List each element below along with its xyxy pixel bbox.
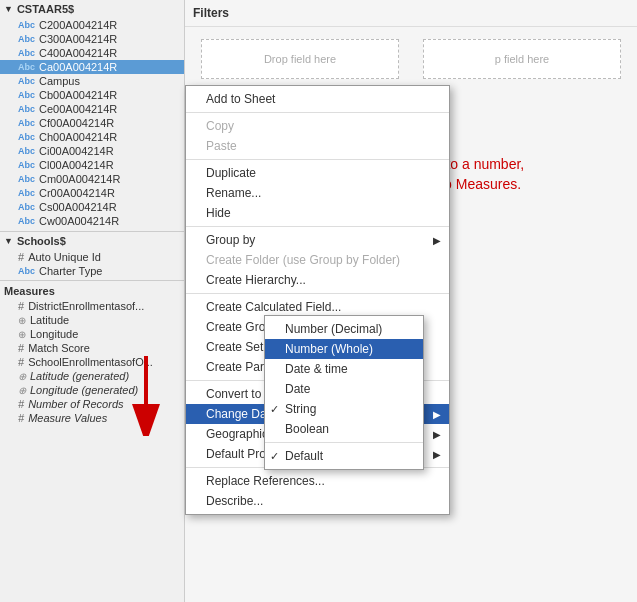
menu-item-add-to-sheet[interactable]: Add to Sheet: [186, 89, 449, 109]
type-icon-abc: Abc: [18, 62, 35, 72]
field-name: Longitude (generated): [30, 384, 138, 396]
field-name: Cm00A004214R: [39, 173, 120, 185]
field-cr00[interactable]: Abc Cr00A004214R: [0, 186, 184, 200]
type-icon-abc: Abc: [18, 76, 35, 86]
field-cb00[interactable]: Abc Cb00A004214R: [0, 88, 184, 102]
schools-header[interactable]: ▼ Schools$: [0, 231, 184, 250]
type-icon-abc: Abc: [18, 48, 35, 58]
field-cs00[interactable]: Abc Cs00A004214R: [0, 200, 184, 214]
checkmark-icon: ✓: [270, 403, 279, 416]
submenu-item-number-whole[interactable]: Number (Whole): [265, 339, 423, 359]
menu-item-describe[interactable]: Describe...: [186, 491, 449, 511]
field-name: DistrictEnrollmentasof...: [28, 300, 144, 312]
field-latitude[interactable]: ⊕ Latitude: [0, 313, 184, 327]
field-name: C300A004214R: [39, 33, 117, 45]
menu-item-replace-references[interactable]: Replace References...: [186, 471, 449, 491]
submenu-item-string[interactable]: ✓ String: [265, 399, 423, 419]
menu-separator-3: [186, 226, 449, 227]
field-match-score[interactable]: # Match Score: [0, 341, 184, 355]
field-charter-type[interactable]: Abc Charter Type: [0, 264, 184, 278]
menu-item-group-by[interactable]: Group by ▶: [186, 230, 449, 250]
field-name: Cl00A004214R: [39, 159, 114, 171]
type-icon-hash: #: [18, 412, 24, 424]
menu-item-create-hierarchy[interactable]: Create Hierarchy...: [186, 270, 449, 290]
field-name: Ch00A004214R: [39, 131, 117, 143]
field-name: Ci00A004214R: [39, 145, 114, 157]
field-ch00[interactable]: Abc Ch00A004214R: [0, 130, 184, 144]
type-icon-hash: #: [18, 398, 24, 410]
type-icon-abc: Abc: [18, 90, 35, 100]
field-name: Latitude (generated): [30, 370, 129, 382]
field-ca00[interactable]: Abc Ca00A004214R: [0, 60, 184, 74]
field-name: Match Score: [28, 342, 90, 354]
drop-zone-2[interactable]: p field here: [423, 39, 621, 79]
menu-item-hide[interactable]: Hide: [186, 203, 449, 223]
field-ci00[interactable]: Abc Ci00A004214R: [0, 144, 184, 158]
field-name: Auto Unique Id: [28, 251, 101, 263]
field-c400[interactable]: Abc C400A004214R: [0, 46, 184, 60]
type-icon-abc: Abc: [18, 132, 35, 142]
submenu-item-number-decimal[interactable]: Number (Decimal): [265, 319, 423, 339]
field-longitude[interactable]: ⊕ Longitude: [0, 327, 184, 341]
field-name: Longitude: [30, 328, 78, 340]
dimensions-header[interactable]: ▼ CSTAAR5$: [0, 0, 184, 18]
field-name: Cw00A004214R: [39, 215, 119, 227]
field-name: Date & time: [285, 362, 348, 376]
menu-separator-4: [186, 293, 449, 294]
field-ce00[interactable]: Abc Ce00A004214R: [0, 102, 184, 116]
submenu-item-default[interactable]: ✓ Default: [265, 446, 423, 466]
type-icon-globe: ⊕: [18, 315, 26, 326]
field-district-enrollment[interactable]: # DistrictEnrollmentasof...: [0, 299, 184, 313]
submenu-item-date-time[interactable]: Date & time: [265, 359, 423, 379]
field-name: String: [285, 402, 316, 416]
field-auto-unique-id[interactable]: # Auto Unique Id: [0, 250, 184, 264]
type-icon-abc: Abc: [18, 104, 35, 114]
submenu-change-data-type: Number (Decimal) Number (Whole) Date & t…: [264, 315, 424, 470]
submenu-item-boolean[interactable]: Boolean: [265, 419, 423, 439]
type-icon-abc: Abc: [18, 202, 35, 212]
type-icon-hash: #: [18, 300, 24, 312]
field-campus[interactable]: Abc Campus: [0, 74, 184, 88]
field-cf00[interactable]: Abc Cf00A004214R: [0, 116, 184, 130]
type-icon-abc: Abc: [18, 118, 35, 128]
drop-zone-1[interactable]: Drop field here: [201, 39, 399, 79]
type-icon-abc: Abc: [18, 20, 35, 30]
field-c300[interactable]: Abc C300A004214R: [0, 32, 184, 46]
menu-item-paste[interactable]: Paste: [186, 136, 449, 156]
type-icon-abc: Abc: [18, 146, 35, 156]
field-name: Date: [285, 382, 310, 396]
menu-item-rename[interactable]: Rename...: [186, 183, 449, 203]
submenu-separator: [265, 442, 423, 443]
menu-separator-1: [186, 112, 449, 113]
menu-item-duplicate[interactable]: Duplicate: [186, 163, 449, 183]
field-name: C400A004214R: [39, 47, 117, 59]
menu-item-copy[interactable]: Copy: [186, 116, 449, 136]
type-icon-abc: Abc: [18, 174, 35, 184]
field-cm00[interactable]: Abc Cm00A004214R: [0, 172, 184, 186]
field-name: Cr00A004214R: [39, 187, 115, 199]
submenu-item-date[interactable]: Date: [265, 379, 423, 399]
field-name: Number (Decimal): [285, 322, 382, 336]
type-icon-abc: Abc: [18, 188, 35, 198]
type-icon-abc: Abc: [18, 216, 35, 226]
field-name: Number of Records: [28, 398, 123, 410]
expand-arrow-icon: ▼: [4, 236, 13, 246]
field-name: Latitude: [30, 314, 69, 326]
type-icon-abc: Abc: [18, 160, 35, 170]
field-name: Default: [285, 449, 323, 463]
type-icon-hash: #: [18, 251, 24, 263]
field-c200[interactable]: Abc C200A004214R: [0, 18, 184, 32]
type-icon-globe: ⊕: [18, 329, 26, 340]
drop-zone-label: Drop field here: [264, 53, 336, 65]
red-arrow-icon: [128, 356, 164, 436]
field-cl00[interactable]: Abc Cl00A004214R: [0, 158, 184, 172]
type-icon-abc: Abc: [18, 266, 35, 276]
filters-label: Filters: [193, 6, 229, 20]
submenu-arrow-icon: ▶: [433, 449, 441, 460]
menu-item-create-calculated-field[interactable]: Create Calculated Field...: [186, 297, 449, 317]
measures-label: Measures: [0, 280, 184, 299]
submenu-arrow-icon: ▶: [433, 235, 441, 246]
field-cw00[interactable]: Abc Cw00A004214R: [0, 214, 184, 228]
menu-item-create-folder[interactable]: Create Folder (use Group by Folder): [186, 250, 449, 270]
field-name: Cs00A004214R: [39, 201, 117, 213]
